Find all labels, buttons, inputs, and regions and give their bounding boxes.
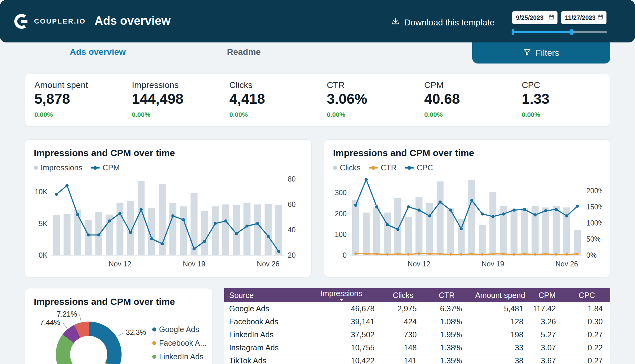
download-icon [391,17,400,28]
table-cell: 1.38% [424,341,469,354]
table-cell: Instagram Ads [224,341,301,354]
chart-title: Impressions and CPM over time [333,148,601,158]
svg-text:80: 80 [288,175,296,183]
legend-item: Clicks [333,163,361,172]
column-header-amount-spend[interactable]: Amount spend [469,288,531,302]
svg-text:60: 60 [288,200,296,208]
table-row: TikTok Ads10,4221411.35%383.670.27 [224,354,610,364]
date-range-slider[interactable] [512,29,607,35]
svg-text:Nov 26: Nov 26 [555,260,578,268]
download-template-button[interactable]: Download this template [389,16,496,29]
svg-text:Nov 19: Nov 19 [183,260,205,268]
legend-item: LinkedIn Ads [152,352,207,361]
kpi-summary-card: Amount spent 5,878 0.00% Impressions 144… [25,74,610,126]
kpi-item: CTR 3.06% 0.00% [318,80,415,126]
kpi-label: CPC [522,80,610,90]
coupler-logo-icon[interactable] [14,13,30,29]
column-header-cpm[interactable]: CPM [531,288,563,302]
table-body: Google Ads46,6782,9756.37%5,481117.421.8… [224,302,610,364]
slider-handle-left[interactable] [512,29,514,35]
table-cell: 10,422 [301,354,382,364]
page-title: Ads overview [95,14,171,28]
kpi-label: Impressions [132,80,220,90]
svg-text:10K: 10K [35,188,48,196]
filters-button[interactable]: Filters [472,42,610,64]
tab-ads-overview[interactable]: Ads overview [70,47,126,57]
filters-label: Filters [535,48,559,58]
date-from-input[interactable]: 9/25/2023 [512,11,557,24]
table-row: Facebook Ads39,1414241.08%1283.260.30 [224,315,610,328]
kpi-label: Clicks [229,80,318,90]
ads-overview-dashboard: COUPLER.IO Ads overview Download this te… [0,0,635,364]
table-cell: 10,755 [301,341,382,354]
kpi-value: 3.06% [327,91,415,107]
svg-text:150%: 150% [586,203,602,211]
table-cell: 6.37% [424,302,469,315]
table-cell: 424 [382,315,424,328]
table-cell: 0.22 [563,341,610,354]
filter-funnel-icon [523,48,531,58]
legend-item: CPC [405,163,433,172]
table-cell: 3.07 [531,341,563,354]
table-cell: 117.42 [531,302,563,315]
column-header-impressions[interactable]: Impressions [301,288,382,302]
kpi-item: CPM 40.68 0.00% [415,80,512,126]
svg-text:50%: 50% [586,235,601,243]
header: COUPLER.IO Ads overview Download this te… [0,0,635,42]
date-from-value: 9/25/2023 [516,14,544,21]
impressions-cpm-combo-chart[interactable]: 0K5K10K20406080Nov 12Nov 19Nov 26 [34,172,303,268]
chart-legend: ImpressionsCPM [34,163,303,172]
kpi-label: Amount spent [34,80,122,90]
kpi-value: 40.68 [424,91,512,107]
table-cell: 0.27 [563,328,610,341]
table-cell: 730 [382,328,424,341]
table-cell: Facebook Ads [224,315,301,328]
kpi-item: Amount spent 5,878 0.00% [25,80,122,126]
chart-title: Impressions and CPM over time [34,296,203,307]
kpi-item: Clicks 4,418 0.00% [220,80,318,126]
chart-legend: ClicksCTRCPC [333,163,601,172]
svg-text:Nov 19: Nov 19 [482,260,504,268]
table-cell: 128 [469,315,531,328]
date-to-input[interactable]: 11/27/2023 [561,11,606,24]
clicks-ctr-cpc-combo-chart[interactable]: 01002003000%50%100%150%200%Nov 12Nov 19N… [333,172,602,268]
sort-desc-icon [340,299,343,301]
table-row: Google Ads46,6782,9756.37%5,481117.421.8… [224,302,610,315]
legend-item: Google Ads [152,325,207,334]
table-row: Instagram Ads10,7551481.38%333.070.22 [224,341,610,354]
slider-active-range [512,31,572,33]
svg-text:Nov 12: Nov 12 [109,260,131,268]
table-cell: 0.30 [563,315,610,328]
table-cell: 1.84 [563,302,610,315]
kpi-value: 144,498 [132,91,220,107]
table-cell: 0.27 [563,354,610,364]
table-cell: 5.27 [531,328,563,341]
kpi-label: CTR [327,80,415,90]
column-header-cpc[interactable]: CPC [563,288,610,302]
kpi-delta: 0.00% [327,111,415,118]
calendar-icon [597,14,603,21]
sources-table-grid: SourceImpressionsClicksCTRAmount spendCP… [224,288,610,364]
column-header-ctr[interactable]: CTR [424,288,469,302]
slider-handle-right[interactable] [570,29,573,35]
table-cell: 1.08% [424,315,469,328]
calendar-icon [548,14,554,21]
svg-text:100: 100 [335,230,347,239]
svg-text:7.44%: 7.44% [40,318,60,327]
svg-text:0K: 0K [39,251,48,259]
sources-table: SourceImpressionsClicksCTRAmount spendCP… [224,288,610,364]
table-cell: 1.35% [424,354,469,364]
column-header-clicks[interactable]: Clicks [382,288,424,302]
kpi-item: CPC 1.33 0.00% [513,80,610,126]
table-header-row: SourceImpressionsClicksCTRAmount spendCP… [224,288,610,302]
table-cell: 3.26 [531,315,563,328]
table-cell: Google Ads [224,302,301,315]
table-cell: TikTok Ads [224,354,301,364]
column-header-source[interactable]: Source [224,288,301,302]
svg-text:0: 0 [343,251,347,259]
svg-text:0%: 0% [586,251,597,259]
svg-text:Nov 12: Nov 12 [408,260,430,268]
tab-readme[interactable]: Readme [227,47,261,57]
clicks-ctr-cpc-chart-card: Impressions and CPM over time ClicksCTRC… [324,139,610,277]
kpi-value: 4,418 [229,91,318,107]
